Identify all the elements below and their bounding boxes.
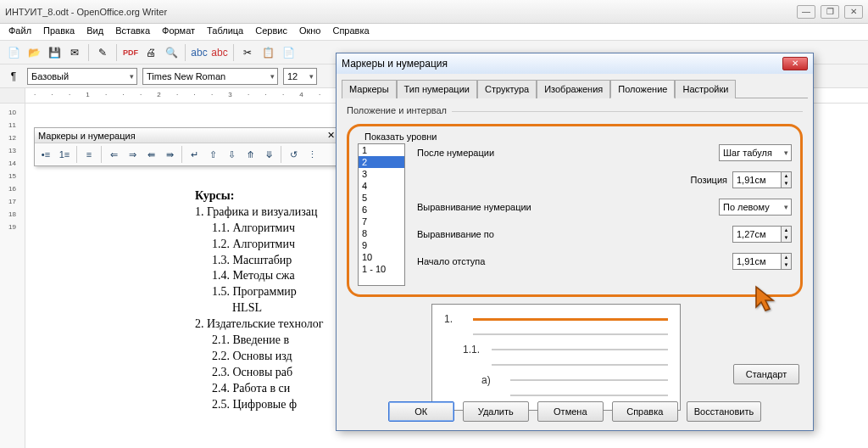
- numbering-alignment-label: Выравнивание нумерации: [417, 202, 719, 212]
- bullets-dialog-icon[interactable]: ⋮: [303, 146, 320, 163]
- levels-listbox[interactable]: 1 2 3 4 5 6 7 8 9 10 1 - 10: [358, 143, 405, 286]
- highlight-annotation: Показать уровни 1 2 3 4 5 6 7 8 9 10 1 -…: [347, 124, 803, 297]
- close-button[interactable]: ✕: [844, 5, 863, 19]
- after-numbering-label: После нумерации: [417, 148, 719, 158]
- bullets-icon[interactable]: •≡: [37, 146, 54, 163]
- spellcheck-icon[interactable]: abc: [191, 44, 208, 61]
- indent-at-spinner[interactable]: 1,91см▲▼: [732, 253, 792, 270]
- cut-icon[interactable]: ✂: [239, 44, 256, 61]
- preview-icon[interactable]: 🔍: [163, 44, 180, 61]
- dialog-title: Маркеры и нумерация: [342, 58, 782, 70]
- menu-tools[interactable]: Сервис: [255, 25, 287, 38]
- restart-num-icon[interactable]: ↺: [285, 146, 302, 163]
- save-icon[interactable]: 💾: [46, 44, 63, 61]
- tab-bullets[interactable]: Маркеры: [342, 80, 397, 98]
- copy-icon[interactable]: 📋: [259, 44, 276, 61]
- sub-move-up-icon[interactable]: ⤊: [242, 146, 259, 163]
- floating-toolbar-title: Маркеры и нумерация: [38, 131, 327, 141]
- sub-arrow-right-icon[interactable]: ⇛: [161, 146, 178, 163]
- position-group-label: Положение и интервал: [347, 105, 447, 115]
- window-title: ИНТУИТ_8.odt - OpenOffice.org Writer: [5, 7, 797, 17]
- styles-icon[interactable]: ¶: [5, 68, 22, 85]
- tab-outline[interactable]: Структура: [477, 80, 537, 98]
- help-button[interactable]: Справка: [612, 401, 678, 422]
- spin-up-icon[interactable]: ▲: [782, 172, 791, 180]
- lvl-arrow-right-icon[interactable]: ⇒: [124, 146, 141, 163]
- lvl-arrow-left-icon[interactable]: ⇐: [105, 146, 122, 163]
- position-panel: Положение и интервал Показать уровни 1 2…: [337, 98, 813, 417]
- menu-bar: Файл Правка Вид Вставка Формат Таблица С…: [0, 24, 868, 41]
- maximize-button[interactable]: ❐: [821, 5, 839, 19]
- document-text[interactable]: Курсы: 1. Графика и визуализац 1.1. Алго…: [195, 188, 323, 412]
- ok-button[interactable]: ОК: [388, 401, 454, 422]
- tab-graphics[interactable]: Изображения: [537, 80, 610, 98]
- nonum-icon[interactable]: ≡: [81, 146, 97, 163]
- dialog-tabs: Маркеры Тип нумерации Структура Изображе…: [342, 79, 808, 98]
- tab-options[interactable]: Настройки: [675, 80, 736, 98]
- print-icon[interactable]: 🖨: [142, 44, 159, 61]
- dialog-titlebar[interactable]: Маркеры и нумерация ✕: [337, 53, 813, 74]
- new-icon[interactable]: 📄: [5, 44, 22, 61]
- paste-icon[interactable]: 📄: [280, 44, 297, 61]
- sub-move-down-icon[interactable]: ⤋: [260, 146, 277, 163]
- menu-edit[interactable]: Правка: [43, 25, 75, 38]
- autospell-icon[interactable]: abc: [211, 44, 228, 61]
- dialog-button-row: ОК Удалить Отмена Справка Восстановить: [337, 401, 813, 422]
- position-spinner[interactable]: 1,91см▲▼: [732, 171, 792, 188]
- menu-file[interactable]: Файл: [8, 25, 31, 38]
- numbering-icon[interactable]: 1≡: [56, 146, 73, 163]
- vertical-ruler[interactable]: 10111213141516171819: [0, 104, 25, 448]
- dialog-close-button[interactable]: ✕: [782, 57, 808, 70]
- levels-label: Показать уровни: [364, 132, 792, 142]
- menu-view[interactable]: Вид: [86, 25, 103, 38]
- edit-icon[interactable]: ✎: [94, 44, 111, 61]
- restore-button[interactable]: Восстановить: [687, 401, 761, 422]
- tab-position[interactable]: Положение: [610, 80, 675, 98]
- mail-icon[interactable]: ✉: [66, 44, 83, 61]
- window-titlebar: ИНТУИТ_8.odt - OpenOffice.org Writer — ❐…: [0, 0, 868, 24]
- menu-help[interactable]: Справка: [332, 25, 369, 38]
- floating-list-toolbar[interactable]: Маркеры и нумерация ✕ •≡ 1≡ ≡ ⇐ ⇒ ⇚ ⇛ ↵ …: [34, 127, 339, 166]
- numbering-alignment-select[interactable]: По левому: [719, 199, 792, 216]
- cancel-button[interactable]: Отмена: [537, 401, 604, 422]
- numbering-preview: 1. 1.1. a): [431, 304, 681, 411]
- spin-down-icon[interactable]: ▼: [782, 261, 791, 269]
- minimize-button[interactable]: —: [797, 5, 815, 19]
- menu-insert[interactable]: Вставка: [115, 25, 150, 38]
- after-numbering-select[interactable]: Шаг табуля: [719, 144, 792, 161]
- spin-up-icon[interactable]: ▲: [782, 254, 791, 261]
- spin-down-icon[interactable]: ▼: [782, 234, 791, 242]
- move-up-icon[interactable]: ⇧: [204, 146, 221, 163]
- spin-up-icon[interactable]: ▲: [782, 227, 791, 234]
- sub-arrow-left-icon[interactable]: ⇚: [142, 146, 159, 163]
- para-style-combo[interactable]: Базовый: [27, 68, 137, 85]
- bullets-numbering-dialog: Маркеры и нумерация ✕ Маркеры Тип нумера…: [336, 53, 814, 431]
- aligned-at-label: Выравнивание по: [417, 229, 732, 239]
- pdf-icon[interactable]: PDF: [122, 44, 139, 61]
- indent-at-label: Начало отступа: [417, 256, 732, 266]
- insert-unnum-icon[interactable]: ↵: [186, 146, 203, 163]
- font-name-combo[interactable]: Times New Roman: [142, 68, 278, 85]
- menu-window[interactable]: Окно: [299, 25, 321, 38]
- menu-format[interactable]: Формат: [162, 25, 195, 38]
- standard-button[interactable]: Стандарт: [733, 364, 799, 384]
- menu-table[interactable]: Таблица: [207, 25, 243, 38]
- font-size-combo[interactable]: 12: [283, 68, 317, 85]
- open-icon[interactable]: 📂: [25, 44, 42, 61]
- aligned-at-spinner[interactable]: 1,27см▲▼: [732, 226, 792, 243]
- move-down-icon[interactable]: ⇩: [223, 146, 240, 163]
- spin-down-icon[interactable]: ▼: [782, 180, 791, 188]
- tab-numbering-type[interactable]: Тип нумерации: [397, 80, 477, 98]
- floating-toolbar-close-icon[interactable]: ✕: [327, 130, 335, 141]
- delete-button[interactable]: Удалить: [463, 401, 529, 422]
- position-label: Позиция: [691, 175, 728, 185]
